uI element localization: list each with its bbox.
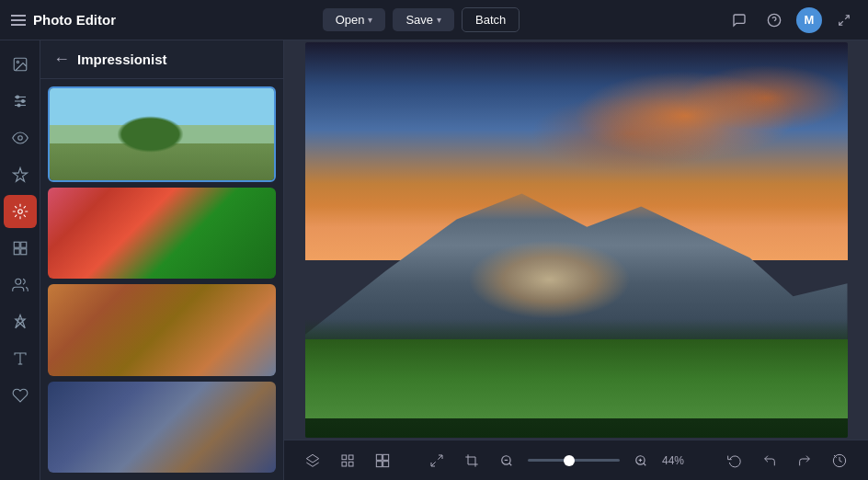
grid-overlay-button[interactable]: [334, 447, 361, 474]
menu-icon[interactable]: [11, 15, 26, 26]
save-chevron-icon: ▾: [437, 15, 441, 25]
svg-rect-23: [342, 455, 347, 460]
canvas-area: 44%: [284, 40, 868, 480]
svg-point-12: [17, 136, 22, 141]
preset-item-impressionist-1[interactable]: Impressionist 1 Ai: [48, 188, 276, 280]
preset-label-row: Impressionist GFX Ai: [50, 180, 274, 182]
svg-rect-24: [348, 455, 353, 460]
preset-item-impressionist-3[interactable]: Impressionist 3 Ai: [48, 382, 276, 474]
panel-title: Impressionist: [77, 51, 167, 67]
svg-rect-28: [383, 454, 389, 460]
foliage-layer: [305, 339, 848, 418]
tool-ai[interactable]: [4, 158, 37, 191]
bottom-right-tools: [721, 447, 853, 474]
svg-point-13: [17, 210, 22, 214]
crop-button[interactable]: [458, 447, 485, 474]
svg-line-31: [438, 455, 442, 460]
batch-button[interactable]: Batch: [462, 7, 520, 32]
svg-marker-22: [306, 454, 318, 463]
tool-people[interactable]: [4, 269, 37, 302]
svg-rect-29: [376, 461, 382, 466]
topbar-right: M: [726, 7, 857, 33]
tools-sidebar: [0, 40, 40, 480]
zoom-in-button[interactable]: [627, 447, 655, 474]
help-icon[interactable]: [761, 7, 787, 33]
zoom-value: 44%: [662, 454, 694, 467]
preset-list: Impressionist GFX Ai Impressionist 1 Ai …: [40, 79, 283, 480]
svg-line-32: [431, 462, 436, 466]
topbar-left: Photo Editor: [11, 12, 116, 28]
svg-rect-27: [376, 454, 382, 460]
expand-icon[interactable]: [831, 7, 857, 33]
tool-photo[interactable]: [4, 48, 37, 81]
canvas-viewport[interactable]: [284, 40, 868, 440]
canvas-image: [305, 42, 848, 438]
main-content: ← Impressionist Impressionist GFX Ai Imp…: [0, 40, 868, 480]
history-button[interactable]: [826, 447, 853, 474]
topbar: Photo Editor Open ▾ Save ▾ Batch M: [0, 0, 868, 40]
open-chevron-icon: ▾: [368, 15, 372, 25]
preset-item-impressionist-2[interactable]: Impressionist 2 Ai: [48, 284, 276, 376]
reset-button[interactable]: [721, 447, 748, 474]
back-button[interactable]: ←: [53, 50, 70, 69]
bottom-left-tools: [299, 447, 396, 474]
zoom-out-button[interactable]: [493, 447, 520, 474]
svg-point-11: [17, 104, 20, 107]
tool-shapes[interactable]: [4, 305, 37, 338]
tool-stamp[interactable]: [4, 379, 37, 412]
panel: ← Impressionist Impressionist GFX Ai Imp…: [40, 40, 284, 480]
svg-rect-26: [348, 462, 353, 466]
svg-point-9: [16, 96, 18, 98]
snow-layer: [468, 240, 631, 319]
clouds-layer: [305, 63, 848, 241]
preset-thumb-impressionist-3: [48, 382, 276, 474]
grid-view-button[interactable]: [369, 447, 396, 474]
save-button[interactable]: Save ▾: [393, 8, 454, 31]
preset-thumb-impressionist-gfx: [50, 88, 274, 180]
zoom-controls: 44%: [423, 447, 694, 474]
tool-effects[interactable]: [4, 195, 37, 228]
topbar-center: Open ▾ Save ▾ Batch: [127, 7, 715, 32]
layers-toggle-button[interactable]: [299, 447, 326, 474]
preset-thumb-impressionist-2: [48, 284, 276, 376]
svg-rect-14: [14, 242, 19, 247]
svg-rect-16: [14, 249, 19, 255]
undo-button[interactable]: [756, 447, 783, 474]
tool-text[interactable]: [4, 342, 37, 375]
preset-item-impressionist-gfx[interactable]: Impressionist GFX Ai: [48, 86, 276, 182]
redo-button[interactable]: [791, 447, 818, 474]
tool-adjust[interactable]: [4, 85, 37, 118]
avatar[interactable]: M: [796, 7, 822, 33]
tool-view[interactable]: [4, 121, 37, 154]
svg-rect-17: [20, 249, 26, 255]
open-button[interactable]: Open ▾: [323, 8, 386, 31]
svg-marker-19: [15, 315, 25, 328]
svg-point-5: [17, 61, 18, 63]
fit-screen-button[interactable]: [423, 447, 451, 474]
svg-line-37: [644, 463, 646, 465]
bottom-toolbar: 44%: [284, 440, 868, 480]
zoom-slider[interactable]: [528, 459, 620, 462]
chat-icon[interactable]: [726, 7, 752, 33]
svg-point-18: [15, 279, 20, 284]
panel-header: ← Impressionist: [40, 40, 283, 79]
preset-thumb-impressionist-1: [48, 188, 276, 280]
svg-line-2: [845, 15, 849, 18]
svg-point-10: [21, 100, 24, 103]
tool-layers[interactable]: [4, 232, 37, 265]
svg-rect-15: [20, 242, 26, 247]
svg-line-34: [509, 463, 512, 465]
svg-line-3: [839, 21, 843, 25]
app-title: Photo Editor: [33, 12, 116, 28]
svg-rect-25: [342, 462, 347, 466]
svg-rect-30: [383, 461, 389, 466]
